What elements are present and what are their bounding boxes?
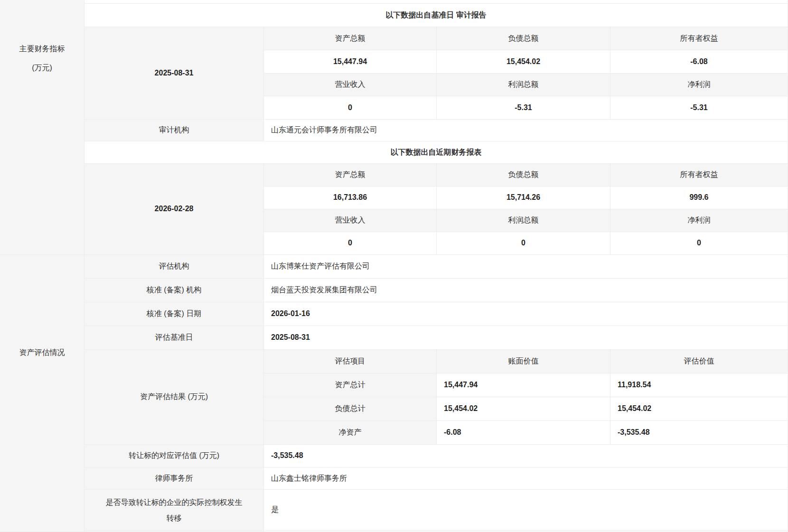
recent-header-revenue: 营业收入	[264, 209, 437, 232]
approval-org-label: 核准 (备案) 机构	[84, 279, 264, 302]
recent-report-date: 2026-02-28	[84, 164, 264, 255]
auditor-value: 山东通元会计师事务所有限公司	[264, 120, 788, 141]
result-header-assessed-value: 评估价值	[610, 350, 788, 373]
recent-value-total-liabilities: 15,714.26	[437, 187, 610, 209]
recent-value-total-assets: 16,713.86	[264, 187, 437, 209]
control-transfer-value: 是	[264, 490, 788, 531]
recent-value-revenue: 0	[264, 232, 437, 255]
section-label-valuation-text: 资产评估情况	[19, 343, 65, 362]
section-label-financial-indicators: 主要财务指标 (万元)	[0, 0, 84, 255]
metric-value-total-assets: 15,447.94	[264, 50, 437, 74]
section-label-line2: (万元)	[32, 58, 52, 77]
metric-value-net-profit: -5.31	[610, 96, 788, 120]
recent-section-header: 以下数据出自近期财务报表	[84, 141, 788, 164]
result-header-book-value: 账面价值	[437, 350, 610, 373]
metric-value-owner-equity: -6.08	[610, 50, 788, 74]
metric-header-total-profit: 利润总额	[437, 74, 610, 96]
metric-header-total-liabilities: 负债总额	[437, 27, 610, 50]
result-item-net-assets: 净资产	[264, 421, 437, 445]
audit-base-date: 2025-08-31	[84, 27, 264, 120]
recent-value-owner-equity: 999.6	[610, 187, 788, 209]
law-firm-label: 律师事务所	[84, 467, 264, 490]
valuation-agency-label: 评估机构	[84, 255, 264, 279]
section-label-line1: 主要财务指标	[19, 39, 65, 58]
result-item-total-assets: 资产总计	[264, 373, 437, 397]
control-transfer-label-text: 是否导致转让标的企业的实际控制权发生转移	[105, 495, 243, 526]
control-transfer-label: 是否导致转让标的企业的实际控制权发生转移	[84, 490, 264, 531]
result-item-total-liabilities: 负债总计	[264, 397, 437, 421]
valuation-result-label: 资产评估结果 (万元)	[84, 350, 264, 445]
top-partial-row	[84, 0, 788, 4]
result-book-total-assets: 15,447.94	[437, 373, 610, 397]
section-label-asset-valuation: 资产评估情况	[0, 255, 84, 532]
transfer-assessed-label: 转让标的对应评估值 (万元)	[84, 445, 264, 467]
recent-header-total-assets: 资产总额	[264, 164, 437, 187]
recent-header-owner-equity: 所有者权益	[610, 164, 788, 187]
result-book-total-liabilities: 15,454.02	[437, 397, 610, 421]
valuation-agency-value: 山东博莱仕资产评估有限公司	[264, 255, 788, 279]
metric-header-net-profit: 净利润	[610, 74, 788, 96]
valuation-base-date-value: 2025-08-31	[264, 326, 788, 350]
law-firm-value: 山东鑫士铭律师事务所	[264, 467, 788, 490]
result-book-net-assets: -6.08	[437, 421, 610, 445]
approval-org-value: 烟台蓝天投资发展集团有限公司	[264, 279, 788, 302]
metric-header-revenue: 营业收入	[264, 74, 437, 96]
metric-value-total-profit: -5.31	[437, 96, 610, 120]
recent-value-net-profit: 0	[610, 232, 788, 255]
result-assessed-total-assets: 11,918.54	[610, 373, 788, 397]
financial-disclosure-table: 主要财务指标 (万元) 资产评估情况 以下数据出自基准日 审计报告 2025-0…	[0, 0, 788, 532]
metric-value-revenue: 0	[264, 96, 437, 120]
recent-header-net-profit: 净利润	[610, 209, 788, 232]
metric-header-total-assets: 资产总额	[264, 27, 437, 50]
recent-header-total-liabilities: 负债总额	[437, 164, 610, 187]
metric-header-owner-equity: 所有者权益	[610, 27, 788, 50]
result-assessed-total-liabilities: 15,454.02	[610, 397, 788, 421]
valuation-base-date-label: 评估基准日	[84, 326, 264, 350]
audit-section-header: 以下数据出自基准日 审计报告	[84, 4, 788, 27]
transfer-assessed-value: -3,535.48	[264, 445, 788, 467]
auditor-label: 审计机构	[84, 120, 264, 141]
recent-header-total-profit: 利润总额	[437, 209, 610, 232]
result-assessed-net-assets: -3,535.48	[610, 421, 788, 445]
approval-date-label: 核准 (备案) 日期	[84, 302, 264, 326]
approval-date-value: 2026-01-16	[264, 302, 788, 326]
result-header-item: 评估项目	[264, 350, 437, 373]
recent-value-total-profit: 0	[437, 232, 610, 255]
metric-value-total-liabilities: 15,454.02	[437, 50, 610, 74]
